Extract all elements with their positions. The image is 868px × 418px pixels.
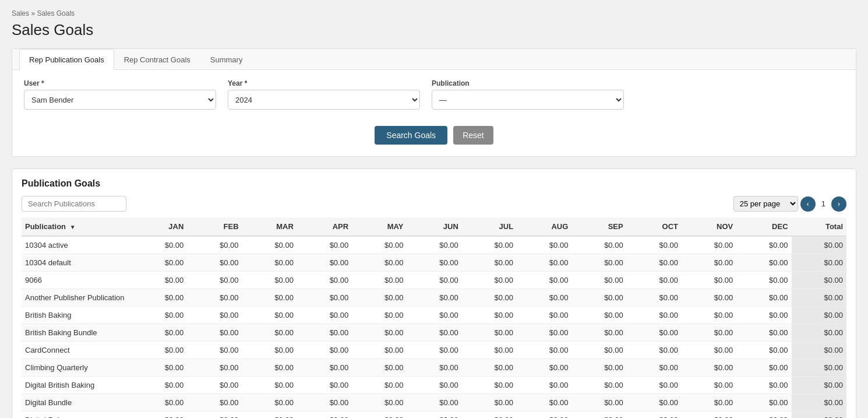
cell-jul: $0.00 [462, 342, 517, 359]
cell-aug: $0.00 [517, 254, 571, 272]
filter-card: Rep Publication Goals Rep Contract Goals… [12, 48, 856, 157]
cell-nov: $0.00 [682, 289, 736, 307]
cell-nov: $0.00 [682, 272, 736, 289]
cell-aug: $0.00 [517, 412, 571, 419]
cell-sep: $0.00 [571, 377, 626, 394]
table-header-row: Publication ▼ JAN FEB MAR APR MAY JUN JU… [22, 217, 846, 236]
cell-jan: $0.00 [132, 394, 187, 412]
next-page-button[interactable]: › [831, 196, 846, 212]
cell-jan: $0.00 [132, 412, 187, 419]
cell-pub: British Baking [22, 307, 132, 324]
user-select[interactable]: Sam Bender [24, 90, 216, 110]
cell-total: $0.00 [792, 412, 846, 419]
table-row: Another Publisher Publication$0.00$0.00$… [22, 289, 846, 307]
cell-apr: $0.00 [297, 236, 352, 254]
cell-oct: $0.00 [627, 377, 682, 394]
cell-sep: $0.00 [571, 342, 626, 359]
cell-feb: $0.00 [187, 377, 242, 394]
cell-sep: $0.00 [571, 359, 626, 377]
table-row: British Baking$0.00$0.00$0.00$0.00$0.00$… [22, 307, 846, 324]
cell-pub: British Baking Bundle [22, 324, 132, 342]
tab-summary[interactable]: Summary [200, 49, 253, 70]
tab-rep-contract-goals[interactable]: Rep Contract Goals [114, 49, 200, 70]
cell-total: $0.00 [792, 342, 846, 359]
cell-jul: $0.00 [462, 272, 517, 289]
table-row: Digital British Baking$0.00$0.00$0.00$0.… [22, 377, 846, 394]
cell-nov: $0.00 [682, 307, 736, 324]
cell-pub: Climbing Quarterly [22, 359, 132, 377]
cell-feb: $0.00 [187, 254, 242, 272]
cell-total: $0.00 [792, 359, 846, 377]
cell-nov: $0.00 [682, 342, 736, 359]
cell-sep: $0.00 [571, 307, 626, 324]
cell-may: $0.00 [352, 359, 407, 377]
cell-jan: $0.00 [132, 254, 187, 272]
search-goals-button[interactable]: Search Goals [375, 126, 447, 145]
table-row: Digital Bundle$0.00$0.00$0.00$0.00$0.00$… [22, 394, 846, 412]
pagination-controls: 25 per page 50 per page 100 per page ‹ 1… [733, 196, 846, 212]
breadcrumb-parent: Sales [12, 9, 29, 17]
cell-dec: $0.00 [736, 289, 791, 307]
col-publication[interactable]: Publication ▼ [22, 217, 132, 236]
year-label: Year * [228, 79, 420, 87]
page-wrapper: Sales » Sales Goals Sales Goals Rep Publ… [0, 0, 868, 418]
cell-pub: 10304 default [22, 254, 132, 272]
table-row: Climbing Quarterly$0.00$0.00$0.00$0.00$0… [22, 359, 846, 377]
cell-jun: $0.00 [407, 254, 461, 272]
cell-feb: $0.00 [187, 307, 242, 324]
col-sep: SEP [571, 217, 626, 236]
cell-jan: $0.00 [132, 324, 187, 342]
cell-jun: $0.00 [407, 324, 461, 342]
table-row: 10304 default$0.00$0.00$0.00$0.00$0.00$0… [22, 254, 846, 272]
prev-page-button[interactable]: ‹ [800, 196, 816, 212]
cell-mar: $0.00 [242, 324, 297, 342]
publication-select[interactable]: — [432, 90, 624, 110]
cell-jun: $0.00 [407, 236, 461, 254]
cell-may: $0.00 [352, 342, 407, 359]
cell-total: $0.00 [792, 272, 846, 289]
cell-aug: $0.00 [517, 272, 571, 289]
cell-apr: $0.00 [297, 272, 352, 289]
cell-sep: $0.00 [571, 324, 626, 342]
cell-feb: $0.00 [187, 342, 242, 359]
cell-jun: $0.00 [407, 412, 461, 419]
cell-feb: $0.00 [187, 412, 242, 419]
reset-button[interactable]: Reset [453, 126, 493, 145]
cell-pub: CardConnect [22, 342, 132, 359]
col-nov: NOV [682, 217, 736, 236]
breadcrumb: Sales » Sales Goals [12, 9, 856, 17]
publication-goals-table: Publication ▼ JAN FEB MAR APR MAY JUN JU… [22, 217, 846, 418]
cell-pub: Digital Bundle [22, 394, 132, 412]
cell-jul: $0.00 [462, 394, 517, 412]
cell-dec: $0.00 [736, 377, 791, 394]
cell-jun: $0.00 [407, 359, 461, 377]
cell-aug: $0.00 [517, 394, 571, 412]
cell-feb: $0.00 [187, 289, 242, 307]
cell-jan: $0.00 [132, 359, 187, 377]
cell-pub: Another Publisher Publication [22, 289, 132, 307]
cell-mar: $0.00 [242, 412, 297, 419]
cell-pub: 10304 active [22, 236, 132, 254]
user-label: User * [24, 79, 216, 87]
search-publications-input[interactable] [22, 196, 126, 212]
cell-mar: $0.00 [242, 307, 297, 324]
year-select[interactable]: 2024 2023 2022 2021 [228, 90, 420, 110]
cell-mar: $0.00 [242, 254, 297, 272]
cell-mar: $0.00 [242, 236, 297, 254]
cell-nov: $0.00 [682, 236, 736, 254]
cell-aug: $0.00 [517, 307, 571, 324]
cell-may: $0.00 [352, 254, 407, 272]
cell-may: $0.00 [352, 412, 407, 419]
cell-oct: $0.00 [627, 236, 682, 254]
table-row: Digital Pub$0.00$0.00$0.00$0.00$0.00$0.0… [22, 412, 846, 419]
cell-may: $0.00 [352, 307, 407, 324]
tab-rep-pub-goals[interactable]: Rep Publication Goals [19, 49, 114, 70]
cell-jun: $0.00 [407, 377, 461, 394]
col-jun: JUN [407, 217, 461, 236]
per-page-select[interactable]: 25 per page 50 per page 100 per page [733, 196, 798, 212]
cell-may: $0.00 [352, 324, 407, 342]
buttons-row: Search Goals Reset [12, 119, 856, 156]
table-controls: 25 per page 50 per page 100 per page ‹ 1… [22, 196, 846, 212]
cell-nov: $0.00 [682, 377, 736, 394]
breadcrumb-separator: » [31, 9, 35, 17]
